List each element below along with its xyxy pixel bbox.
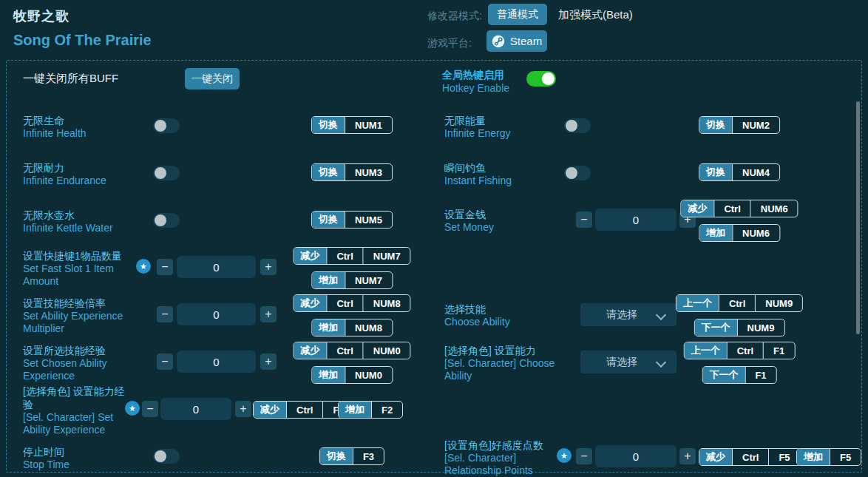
hotkey-key: F5 — [768, 449, 799, 465]
hotkey-prev[interactable]: 上一个CtrlF1 — [684, 342, 796, 359]
hotkey-next[interactable]: 下一个F1 — [702, 366, 776, 384]
hotkey-increase-char-ability-exp[interactable]: 增加F2 — [338, 401, 403, 419]
hotkey-infinite-kettle-water[interactable]: 切换NUM5 — [311, 211, 393, 229]
label-en: Infinite Kettle Water — [23, 222, 145, 234]
hotkey-mod: Ctrl — [286, 402, 322, 418]
hotkey-infinite-health[interactable]: 切换NUM1 — [311, 116, 393, 134]
chevron-down-icon — [656, 310, 666, 320]
label-infinite-endurance: 无限耐力 Infinite Endurance — [23, 161, 145, 187]
hotkey-mod: Ctrl — [326, 248, 362, 264]
hotkey-key: NUM6 — [750, 200, 798, 217]
close-all-buff-button[interactable]: 一键关闭 — [185, 68, 240, 89]
hotkey-stop-time[interactable]: 切换F3 — [319, 447, 384, 465]
hotkey-decrease[interactable]: 减少CtrlNUM6 — [680, 200, 798, 217]
hotkey-infinite-energy[interactable]: 切换NUM2 — [699, 116, 780, 134]
label-cn: 无限水壶水 — [23, 209, 145, 222]
label-cn: [设置角色]好感度点数 — [444, 439, 563, 452]
hotkey-decrease[interactable]: 减少CtrlNUM7 — [293, 247, 410, 265]
mode-label: 修改器模式: — [427, 10, 482, 23]
hotkey-key: NUM0 — [345, 367, 392, 383]
decrement-button-chosen-ability-exp[interactable]: − — [157, 353, 173, 370]
steam-button-label: Steam — [510, 35, 542, 47]
hotkey-instant-fishing[interactable]: 切换NUM4 — [699, 163, 780, 181]
label-cn: 设置快捷键1物品数量 — [23, 249, 141, 263]
hotkey-action: 下一个 — [695, 319, 737, 336]
label-chosen-ability-exp: 设置所选技能经验 Set Chosen Ability Experience — [23, 344, 145, 382]
hotkey-increase[interactable]: 增加NUM6 — [699, 224, 780, 242]
hotkey-key: F5 — [830, 449, 861, 465]
decrement-button-char-ability-exp[interactable]: − — [142, 401, 158, 417]
vertical-scrollbar[interactable] — [856, 101, 860, 334]
toggle-stop-time[interactable] — [153, 449, 180, 464]
label-char-choose-ability: [选择角色] 设置能力 [Sel. Character] Choose Abil… — [444, 344, 566, 382]
toggle-infinite-energy[interactable] — [564, 118, 591, 133]
decrement-button-relationship-points[interactable]: − — [576, 448, 592, 464]
hotkey-infinite-endurance[interactable]: 切换NUM3 — [311, 163, 393, 181]
value-input-fast-slot[interactable]: 0 — [177, 256, 256, 278]
toggle-infinite-endurance[interactable] — [153, 166, 180, 180]
hotkey-action: 增加 — [312, 272, 345, 288]
hotkey-increase[interactable]: 增加NUM0 — [311, 366, 393, 384]
value-input-relationship-points[interactable]: 0 — [595, 445, 677, 467]
label-en: Set Fast Slot 1 Item Amount — [23, 263, 141, 288]
hotkey-enable-toggle[interactable] — [526, 71, 556, 87]
mode-enhanced-option[interactable]: 加强模式(Beta) — [558, 8, 633, 22]
value-input-set-money[interactable]: 0 — [595, 209, 677, 231]
hotkey-key: NUM3 — [345, 164, 392, 180]
char-choose-ability-dropdown[interactable]: 请选择 — [580, 351, 677, 373]
decrement-button-ability-multiplier[interactable]: − — [157, 306, 173, 322]
hotkeys-fast-slot: 减少CtrlNUM7 增加NUM7 — [293, 247, 410, 289]
app-title-cn: 牧野之歌 — [13, 7, 69, 25]
star-icon[interactable]: ★ — [125, 401, 140, 416]
hotkey-decrease-relationship-points[interactable]: 减少CtrlF5 — [699, 448, 801, 466]
choose-ability-dropdown[interactable]: 请选择 — [580, 303, 677, 326]
hotkey-action: 减少 — [294, 248, 326, 264]
hotkey-key: NUM1 — [345, 117, 392, 133]
label-cn: 设置技能经验倍率 — [23, 297, 145, 310]
hotkey-prev[interactable]: 上一个CtrlNUM9 — [676, 294, 803, 312]
increment-button-relationship-points[interactable]: + — [679, 448, 696, 464]
hotkey-key: NUM8 — [363, 295, 410, 311]
increment-button-fast-slot[interactable]: + — [260, 259, 277, 275]
hotkeys-chosen-ability-exp: 减少CtrlNUM0 增加NUM0 — [293, 342, 410, 384]
hotkey-decrease[interactable]: 减少CtrlNUM8 — [293, 294, 410, 312]
increment-button-chosen-ability-exp[interactable]: + — [260, 353, 277, 370]
label-en: Stop Time — [23, 459, 145, 471]
label-cn: 设置所选技能经验 — [23, 344, 145, 357]
mode-normal-button[interactable]: 普通模式 — [488, 4, 547, 25]
value-input-chosen-ability-exp[interactable]: 0 — [177, 351, 256, 373]
star-icon[interactable]: ★ — [136, 259, 151, 274]
label-char-ability-exp: [选择角色] 设置能力经验 [Sel. Character] Set Abili… — [23, 385, 134, 436]
hotkey-decrease[interactable]: 减少CtrlNUM0 — [293, 342, 410, 359]
increment-button-char-ability-exp[interactable]: + — [235, 401, 251, 417]
hotkey-key: NUM7 — [345, 272, 392, 288]
hotkeys-char-choose-ability: 上一个CtrlF1 下一个F1 — [684, 342, 796, 384]
hotkey-action: 切换 — [312, 164, 345, 180]
hotkey-key: NUM7 — [363, 248, 410, 264]
star-icon[interactable]: ★ — [557, 448, 572, 463]
decrement-button-set-money[interactable]: − — [576, 212, 592, 228]
hotkey-increase[interactable]: 增加NUM8 — [311, 319, 393, 336]
toggle-instant-fishing[interactable] — [564, 166, 591, 180]
increment-button-ability-multiplier[interactable]: + — [260, 306, 277, 322]
value-input-ability-multiplier[interactable]: 0 — [177, 303, 256, 325]
toggle-infinite-health[interactable] — [153, 118, 180, 133]
hotkey-key: NUM9 — [737, 319, 784, 336]
toggle-knob — [155, 214, 166, 226]
label-infinite-health: 无限生命 Infinite Health — [23, 114, 145, 140]
value-input-char-ability-exp[interactable]: 0 — [160, 398, 231, 420]
hotkey-enable-label-cn: 全局热键启用 — [442, 69, 504, 82]
steam-platform-button[interactable]: Steam — [486, 30, 547, 52]
trainer-window: { "topbar": { "title_cn": "牧野之歌", "title… — [0, 0, 868, 477]
label-en: [Sel. Character] Relationship Points — [444, 452, 563, 477]
toggle-infinite-kettle-water[interactable] — [153, 213, 180, 228]
hotkey-mod: Ctrl — [732, 449, 768, 465]
label-en: Instant Fishing — [444, 175, 566, 187]
label-ability-multiplier: 设置技能经验倍率 Set Ability Experience Multipli… — [23, 297, 145, 335]
hotkey-increase[interactable]: 增加NUM7 — [311, 271, 393, 289]
label-en: [Sel. Character] Set Ability Experience — [23, 411, 134, 436]
label-cn: 无限生命 — [23, 114, 145, 127]
hotkey-increase-relationship-points[interactable]: 增加F5 — [796, 448, 861, 466]
decrement-button-fast-slot[interactable]: − — [157, 259, 173, 275]
hotkey-next[interactable]: 下一个NUM9 — [694, 319, 785, 336]
